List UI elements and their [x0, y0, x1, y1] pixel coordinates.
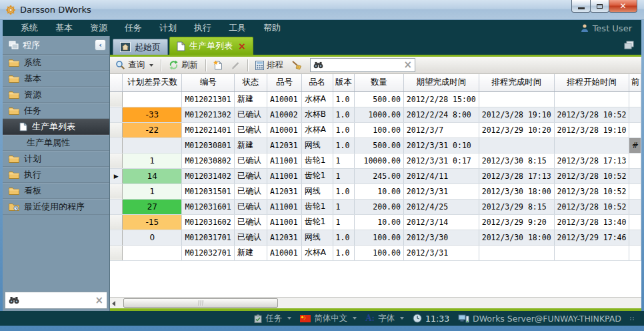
menu-item-4[interactable]: 任务 — [116, 22, 151, 34]
clock-icon — [413, 314, 422, 323]
column-header-pn[interactable]: 品号 — [267, 74, 302, 91]
table-row[interactable]: -22M012021401已确认A10001水杯A1.0100.002012/3… — [110, 122, 641, 137]
table-row[interactable]: M012032701新建A10001水杯A1.0100.002012/3/31 — [110, 245, 641, 260]
sidebar-item-2[interactable]: 基本 — [3, 71, 109, 87]
horizontal-scrollbar[interactable] — [110, 297, 641, 308]
folder-icon — [9, 171, 19, 179]
cell-due: 2012/2/28 15:00 — [403, 91, 479, 107]
folder-icon — [9, 155, 19, 163]
schedule-button[interactable]: 排程 — [253, 58, 286, 72]
toolbar-binoculars-icon — [313, 61, 323, 69]
table-row[interactable]: M012021301新建A10001水杯A1.0500.002012/2/28 … — [110, 91, 641, 107]
column-header-extra[interactable]: 前 — [629, 74, 641, 91]
column-header-diff[interactable]: 计划差异天数 — [123, 74, 182, 91]
sidebar-item-label: 任务 — [24, 105, 41, 117]
cell-no: M012032701 — [182, 245, 235, 260]
column-header-end[interactable]: 排程完成时间 — [479, 74, 554, 91]
maximize-button[interactable] — [590, 0, 609, 13]
table-row[interactable]: 27M012031601已确认A11001齿轮11200.002012/4/25… — [110, 199, 641, 214]
cell-rowhdr — [110, 230, 123, 245]
minimize-button[interactable] — [571, 0, 591, 13]
cell-pn: A10001 — [267, 245, 302, 260]
column-header-status[interactable]: 状态 — [235, 74, 267, 91]
close-button[interactable]: ✕ — [609, 0, 637, 13]
cell-status: 新建 — [235, 137, 267, 153]
cell-ver: 1.0 — [333, 245, 355, 260]
scroll-left-arrow-icon[interactable] — [112, 301, 115, 306]
cell-extra — [629, 153, 641, 168]
table-row[interactable]: -15M012031602已确认A11001齿轮1110.002012/3/14… — [110, 214, 641, 230]
cell-name: 齿轮1 — [301, 153, 333, 168]
query-button[interactable]: 查询 — [113, 58, 156, 72]
statusbar-language-menu[interactable]: 简体中文 — [300, 313, 357, 324]
tab-close-icon[interactable]: × — [238, 41, 246, 51]
cell-status: 已确认 — [235, 214, 267, 230]
cell-status: 已确认 — [235, 230, 267, 245]
refresh-icon — [169, 60, 179, 70]
cell-name: 齿轮1 — [301, 214, 333, 230]
scrollbar-thumb[interactable] — [123, 298, 278, 308]
statusbar-server: DWorks Server@FUNWAY-THINKPAD — [458, 314, 621, 324]
sidebar-search-input[interactable] — [23, 296, 91, 305]
table-row[interactable]: 1M012031501已确认A12031网线1.010.002012/3/312… — [110, 184, 641, 199]
column-header-ver[interactable]: 版本 — [333, 74, 355, 91]
sidebar-item-3[interactable]: 资源 — [3, 87, 109, 103]
cell-diff: -15 — [123, 214, 182, 230]
user-area[interactable]: Test User — [580, 23, 632, 33]
cell-status: 已确认 — [235, 168, 267, 184]
menu-bar: 系统基本资源任务计划执行工具帮助 Test User — [3, 20, 641, 36]
toolbar-search-input[interactable] — [326, 61, 401, 70]
sidebar-item-label: 执行 — [24, 169, 41, 181]
column-header-due[interactable]: 期望完成时间 — [403, 74, 479, 91]
table-row[interactable]: M012030801新建A12031网线1.0500.002012/3/31 0… — [110, 137, 641, 153]
sidebar-item-7[interactable]: 计划 — [3, 151, 109, 167]
column-header-no[interactable]: 编号 — [182, 74, 235, 91]
sidebar-item-label: 生产单列表 — [32, 121, 75, 133]
clean-button[interactable] — [289, 59, 305, 71]
column-header-start[interactable]: 排程开始时间 — [554, 74, 629, 91]
sidebar-title: 程序 — [23, 39, 40, 51]
resize-grip[interactable] — [630, 317, 635, 320]
menu-item-2[interactable]: 基本 — [47, 22, 81, 34]
column-header-qty[interactable]: 数量 — [355, 74, 404, 91]
new-button[interactable] — [211, 59, 225, 71]
page-icon — [177, 41, 185, 51]
sidebar-item-1[interactable]: 系统 — [3, 55, 109, 71]
menu-item-8[interactable]: 帮助 — [255, 22, 289, 34]
menu-item-1[interactable]: 系统 — [12, 22, 47, 34]
cell-status: 已确认 — [235, 199, 267, 214]
column-header-rowhdr[interactable] — [110, 74, 123, 91]
table-row[interactable]: 1M012030802已确认A11001齿轮1110000.002012/3/3… — [110, 153, 641, 168]
cell-extra — [629, 245, 641, 260]
cell-no: M012021301 — [182, 91, 235, 107]
sidebar-item-label: 生产单属性 — [27, 137, 70, 149]
statusbar-font-menu[interactable]: A: 字体 — [365, 313, 404, 324]
edit-button[interactable] — [228, 59, 243, 71]
cascade-windows-icon[interactable] — [623, 40, 635, 49]
tab-production-list[interactable]: 生产单列表 × — [169, 37, 253, 55]
tab-start-page[interactable]: 起始页 — [113, 39, 168, 55]
table-row[interactable]: ▶14M012031402已确认A11001齿轮11245.002012/4/1… — [110, 168, 641, 184]
sidebar-item-9[interactable]: 看板 — [3, 183, 109, 199]
menu-item-7[interactable]: 工具 — [220, 22, 255, 34]
column-header-name[interactable]: 品名 — [301, 74, 333, 91]
table-row[interactable]: 0M012031701已确认A12031网线1.0100.002012/3/30… — [110, 230, 641, 245]
cell-pn: A12031 — [267, 184, 302, 199]
sidebar-item-10[interactable]: 最近使用的程序 — [3, 199, 109, 215]
sidebar-item-4[interactable]: 任务 — [3, 103, 109, 119]
sidebar-search-clear-icon[interactable]: × — [95, 296, 103, 306]
cell-diff: 14 — [123, 168, 182, 184]
sidebar-collapse-button[interactable]: ‹ — [95, 39, 106, 51]
toolbar-search-clear-icon[interactable]: × — [403, 60, 412, 70]
cell-end — [479, 245, 554, 260]
menu-item-6[interactable]: 执行 — [185, 22, 220, 34]
sidebar-item-8[interactable]: 执行 — [3, 167, 109, 183]
refresh-button[interactable]: 刷新 — [166, 58, 201, 72]
menu-item-5[interactable]: 计划 — [151, 22, 185, 34]
cell-qty: 200.00 — [355, 199, 404, 214]
sidebar-item-5[interactable]: 生产单列表 — [3, 119, 109, 135]
statusbar-task-menu[interactable]: 任务 — [254, 313, 291, 324]
menu-item-3[interactable]: 资源 — [81, 22, 116, 34]
sidebar-item-6[interactable]: 生产单属性 — [3, 135, 109, 151]
table-row[interactable]: -33M012021302已确认A10002水杯B1.01000.002012/… — [110, 107, 641, 122]
